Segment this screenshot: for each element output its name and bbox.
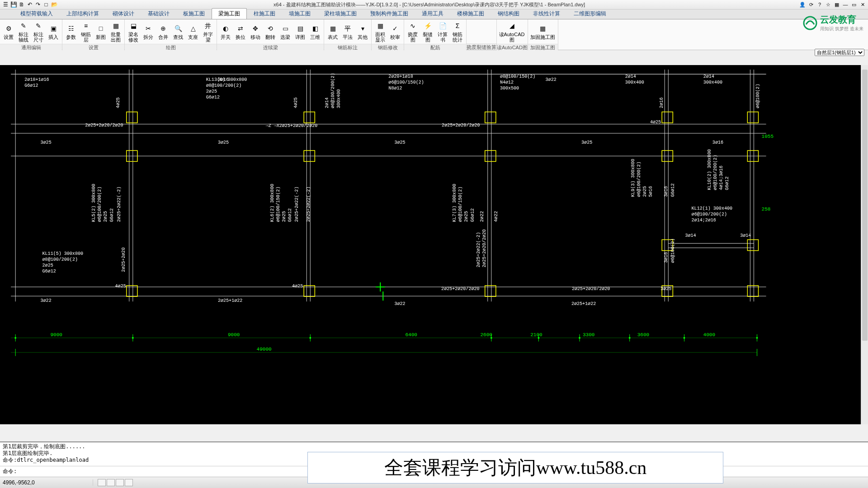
tab-0[interactable]: 模型荷载输入 — [14, 8, 60, 19]
ribbon-button[interactable]: ▭选梁 — [278, 20, 292, 43]
button-icon: ☷ — [66, 23, 76, 33]
drawing-canvas[interactable]: 2⌀18+1⌀16G6⌀123⌀162⌀20+1⌀18⌀6@100/150(2)… — [0, 65, 868, 424]
svg-text:3⌀16: 3⌀16 — [664, 186, 669, 197]
ribbon-button[interactable]: ▣插入 — [46, 20, 61, 43]
ribbon-button[interactable]: ☷参数 — [64, 20, 78, 43]
tab-11[interactable]: 楼梯施工图 — [450, 8, 491, 19]
svg-rect-24 — [747, 112, 758, 123]
ribbon-button[interactable]: ⬓梁名修改 — [126, 20, 141, 43]
tab-3[interactable]: 基础设计 — [141, 8, 176, 19]
ribbon-button[interactable]: 井并字梁 — [201, 20, 215, 43]
ribbon-button[interactable]: Σ钢筋统计 — [450, 20, 465, 43]
button-icon: ≡ — [81, 21, 91, 31]
ribbon-button[interactable]: ✥移动 — [248, 20, 263, 43]
tab-10[interactable]: 通用工具 — [415, 8, 450, 19]
button-label: 加固施工图 — [530, 34, 555, 40]
ribbon-button[interactable]: ▦面积显示 — [373, 20, 387, 43]
button-icon: ∿ — [408, 21, 418, 31]
toggle-button[interactable] — [125, 479, 133, 486]
svg-text:2⌀25+2⌀22(-2): 2⌀25+2⌀22(-2) — [476, 232, 481, 267]
toggle-button[interactable] — [116, 479, 124, 486]
ribbon-button[interactable]: ▦加固施工图 — [529, 20, 557, 43]
ribbon-button[interactable]: ✂拆分 — [141, 20, 156, 43]
saveall-icon[interactable]: 🗎 — [18, 1, 25, 8]
layer-selector[interactable]: 自然层1(钢筋层1) — [815, 49, 864, 56]
open-icon[interactable]: 📂 — [51, 1, 58, 8]
close-icon[interactable]: ✕ — [859, 1, 866, 8]
tab-6[interactable]: 柱施工图 — [247, 8, 282, 19]
ribbon-button[interactable]: ▦批量出图 — [108, 20, 123, 43]
svg-text:3⌀14: 3⌀14 — [740, 233, 751, 238]
ribbon-button[interactable]: ✓校审 — [388, 20, 402, 43]
minimize-icon[interactable]: — — [842, 1, 849, 8]
redo-icon[interactable]: ↷ — [34, 1, 42, 8]
svg-rect-22 — [485, 112, 496, 123]
toggle-button[interactable] — [98, 479, 106, 486]
svg-text:2⌀14: 2⌀14 — [625, 74, 636, 79]
undo-icon[interactable]: ↶ — [26, 1, 33, 8]
svg-text:9000: 9000 — [228, 332, 240, 338]
svg-point-136 — [309, 337, 311, 339]
svg-text:3⌀16: 3⌀16 — [664, 252, 669, 263]
svg-text:3300: 3300 — [583, 332, 595, 338]
button-icon: ▭ — [280, 23, 290, 33]
svg-text:→Z →X2⌀25+2⌀20/2⌀20: →Z →X2⌀25+2⌀20/2⌀20 — [266, 123, 318, 128]
maximize-icon[interactable]: ▭ — [850, 1, 858, 8]
vertical-scrollbar[interactable] — [861, 65, 868, 424]
tab-5[interactable]: 梁施工图 — [212, 8, 247, 19]
ribbon-button[interactable]: △支座 — [186, 20, 200, 43]
ribbon-button[interactable]: ⚡裂缝图 — [420, 20, 435, 43]
save-icon[interactable]: 💾 — [10, 1, 17, 8]
tab-7[interactable]: 墙施工图 — [282, 8, 317, 19]
new-icon[interactable]: □ — [42, 1, 50, 8]
ribbon-button[interactable]: ✎标注尺寸 — [31, 20, 46, 43]
ribbon-button[interactable]: ▾其他 — [355, 20, 370, 43]
ribbon-button[interactable]: 📄计算书 — [435, 20, 450, 43]
ribbon-button[interactable]: ⇄换位 — [233, 20, 248, 43]
ribbon-button[interactable]: ◢读AutoCAD图 — [498, 20, 525, 43]
ribbon-group: ◐开关⇄换位✥移动⟲翻转▭选梁▤详图◧三维连续梁 — [217, 19, 324, 50]
button-label: 其他 — [358, 34, 368, 40]
ribbon-button[interactable]: 🔍查找 — [171, 20, 185, 43]
button-icon: ⚡ — [423, 21, 433, 31]
ribbon-button[interactable]: ◧三维 — [308, 20, 322, 43]
svg-text:2⌀25: 2⌀25 — [103, 211, 108, 222]
svg-text:2100: 2100 — [530, 332, 542, 338]
tab-8[interactable]: 梁柱墙施工图 — [317, 8, 363, 19]
ribbon-button[interactable]: ≡钢筋层 — [79, 20, 93, 43]
help-icon[interactable]: ? — [816, 1, 823, 8]
ribbon-group: 挠度裂缝验算 — [467, 19, 497, 50]
ribbon-button[interactable]: ▤详图 — [293, 20, 307, 43]
tab-14[interactable]: 二维图形编辑 — [567, 8, 613, 19]
ribbon-button[interactable]: ⚙设置 — [1, 20, 16, 43]
ribbon-button[interactable]: ◐开关 — [218, 20, 233, 43]
button-label: 并字梁 — [201, 32, 215, 42]
group-label: 钢筋修改 — [372, 44, 404, 50]
toggle-button[interactable] — [107, 479, 115, 486]
tab-2[interactable]: 砌体设计 — [106, 8, 141, 19]
ribbon-button[interactable]: ⊕合并 — [156, 20, 170, 43]
window-controls: 👤 ⟳ ? ☆ ▦ — ▭ ✕ — [799, 1, 868, 8]
menu-icon[interactable]: ☰ — [2, 1, 9, 8]
ribbon-button[interactable]: ▦表式 — [326, 20, 340, 43]
settings-icon[interactable]: ▦ — [833, 1, 840, 8]
refresh-icon[interactable]: ⟳ — [807, 1, 815, 8]
tab-9[interactable]: 预制构件施工图 — [363, 8, 415, 19]
tab-13[interactable]: 非线性计算 — [526, 8, 567, 19]
ribbon-button[interactable]: ✎标注轴线 — [16, 20, 31, 43]
button-icon: ◐ — [221, 23, 231, 33]
group-label: 读AutoCAD图 — [497, 44, 528, 50]
tab-12[interactable]: 钢结构图 — [491, 8, 526, 19]
tab-1[interactable]: 上部结构计算 — [60, 8, 106, 19]
star-icon[interactable]: ☆ — [825, 1, 832, 8]
cursor-coordinates: 4996,-9562,0 — [3, 479, 93, 486]
user-icon[interactable]: 👤 — [799, 1, 806, 8]
tab-4[interactable]: 板施工图 — [176, 8, 212, 19]
ribbon-button[interactable]: □新图 — [94, 20, 108, 43]
svg-rect-31 — [304, 286, 315, 296]
ribbon-button[interactable]: 平平法 — [340, 20, 355, 43]
ribbon-button[interactable]: ⟲翻转 — [263, 20, 278, 43]
button-label: 设置 — [4, 34, 14, 40]
ribbon-button[interactable]: ∿挠度图 — [406, 20, 420, 43]
svg-text:⌀6@100/150(2): ⌀6@100/150(2) — [388, 80, 424, 85]
